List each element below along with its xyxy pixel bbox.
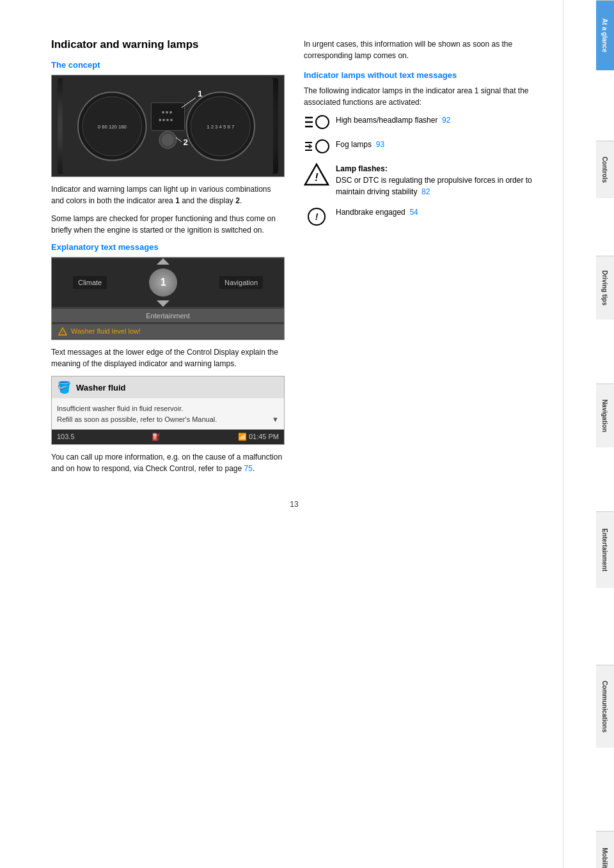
warning-message: Washer fluid level low! [71,327,141,335]
indicator-section-heading: Indicator lamps without text messages [304,70,537,80]
explanatory-image: Climate 1 Navigation Entertainment [51,257,285,340]
display-climate-label: Climate [73,276,107,289]
svg-text:2: 2 [184,137,189,147]
dsc-warning-icon: ! [304,163,329,186]
list-item: ! Handbrake engaged 54 [304,206,537,227]
concept-paragraph1: Indicator and warning lamps can light up… [51,183,285,206]
left-column: Indicator and warning lamps The concept … [51,38,285,481]
washer-footer: 103.5 ⛽ 📶 01:45 PM [52,430,284,444]
concept-heading: The concept [51,60,285,70]
washer-icon: 🪣 [57,380,71,394]
svg-text:!: ! [315,212,319,222]
control-display: Climate 1 Navigation [52,259,284,307]
right-intro: In urgent cases, this information will b… [304,38,537,61]
svg-text:■ ■ ■ ■: ■ ■ ■ ■ [159,118,173,122]
foglight-text: Fog lamps 93 [336,139,537,150]
svg-text:!: ! [315,172,319,183]
indicator-intro: The following indicator lamps in the ind… [304,85,537,108]
svg-text:0 60 120 180: 0 60 120 180 [98,124,127,130]
sidebar-item-driving-tips[interactable]: Driving tips [596,256,614,320]
display-navigation-label: Navigation [219,276,263,289]
highbeam-page-ref[interactable]: 92 [442,116,450,125]
highbeam-icon [304,114,329,130]
dsc-text: Lamp flashes: DSC or DTC is regulating t… [336,163,537,198]
dashboard-illustration: 0 60 120 180 1 2 3 4 5 6 7 ■ ■ ■ ■ ■ ■ ■ [58,78,278,174]
explanatory-heading: Explanatory text messages [51,242,285,252]
callout-text: You can call up more information, e.g. o… [51,451,285,474]
page-number: 13 [51,500,537,509]
sidebar-item-mobility[interactable]: Mobility [596,831,614,868]
washer-body: Insufficient washer fluid in fluid reser… [52,398,284,430]
washer-header: 🪣 Washer fluid [52,376,284,398]
washer-title: Washer fluid [76,383,126,392]
list-item: ! Lamp flashes: DSC or DTC is regulating… [304,163,537,198]
dsc-page-ref[interactable]: 82 [421,187,430,196]
handbrake-text: Handbrake engaged 54 [336,206,537,218]
sidebar: At a glance Controls Driving tips Naviga… [563,0,614,868]
svg-text:■ ■ ■: ■ ■ ■ [162,110,172,114]
highbeam-text: High beams/headlamp flasher 92 [336,114,537,126]
washer-fluid-box: 🪣 Washer fluid Insufficient washer fluid… [51,376,285,445]
warning-bar: ! Washer fluid level low! [52,324,284,339]
display-entertainment-label: Entertainment [146,312,189,320]
concept-paragraph2: Some lamps are checked for proper functi… [51,213,285,236]
fuel-icon: ⛽ [152,433,161,441]
sidebar-item-communications[interactable]: Communications [596,665,614,748]
sidebar-item-navigation[interactable]: Navigation [596,384,614,447]
svg-text:!: ! [62,330,63,336]
indicator-list: High beams/headlamp flasher 92 [304,114,537,227]
handbrake-icon: ! [304,206,329,227]
display-center-button[interactable]: 1 [149,268,177,297]
foglight-icon [304,139,329,154]
svg-point-21 [316,116,329,128]
callout-page-ref[interactable]: 75 [244,464,253,473]
sidebar-item-controls[interactable]: Controls [596,141,614,198]
sidebar-tabs: At a glance Controls Driving tips Naviga… [596,0,614,868]
foglight-page-ref[interactable]: 93 [376,140,384,149]
page-title: Indicator and warning lamps [51,38,285,51]
right-column: In urgent cases, this information will b… [304,38,537,481]
svg-rect-7 [151,103,184,131]
time-display: 📶 01:45 PM [238,433,279,441]
warning-triangle-icon: ! [58,327,67,336]
concept-image: 0 60 120 180 1 2 3 4 5 6 7 ■ ■ ■ ■ ■ ■ ■ [51,75,285,177]
svg-point-25 [316,140,329,153]
explanatory-paragraph: Text messages at the lower edge of the C… [51,346,285,369]
sidebar-item-entertainment[interactable]: Entertainment [596,511,614,588]
list-item: High beams/headlamp flasher 92 [304,114,537,130]
sidebar-item-at-a-glance[interactable]: At a glance [596,0,614,70]
svg-text:1: 1 [198,89,203,98]
washer-body-text: Insufficient washer fluid in fluid reser… [57,405,217,423]
list-item: Fog lamps 93 [304,139,537,154]
main-content: Indicator and warning lamps The concept … [0,0,563,868]
svg-point-11 [162,134,174,146]
handbrake-page-ref[interactable]: 54 [409,208,418,217]
odometer-value: 103.5 [57,433,75,441]
svg-text:1 2 3 4 5 6 7: 1 2 3 4 5 6 7 [207,124,234,130]
